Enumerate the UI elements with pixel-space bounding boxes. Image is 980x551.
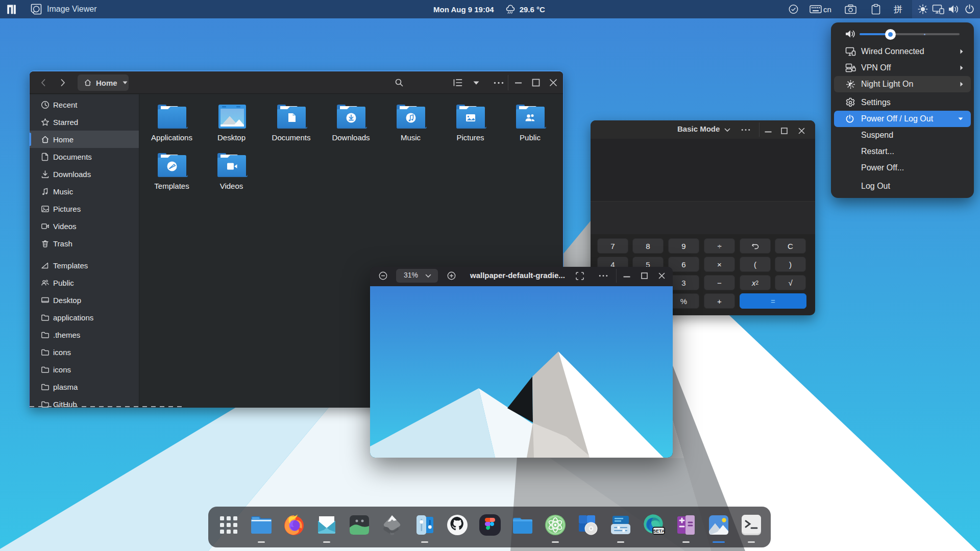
svg-text:BETA: BETA [653,529,665,534]
